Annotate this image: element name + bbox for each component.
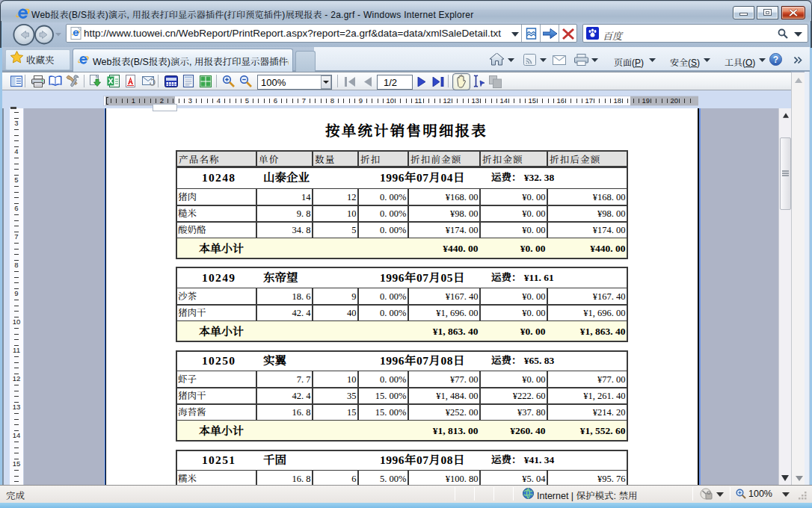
svg-text:?: ? (773, 55, 778, 65)
